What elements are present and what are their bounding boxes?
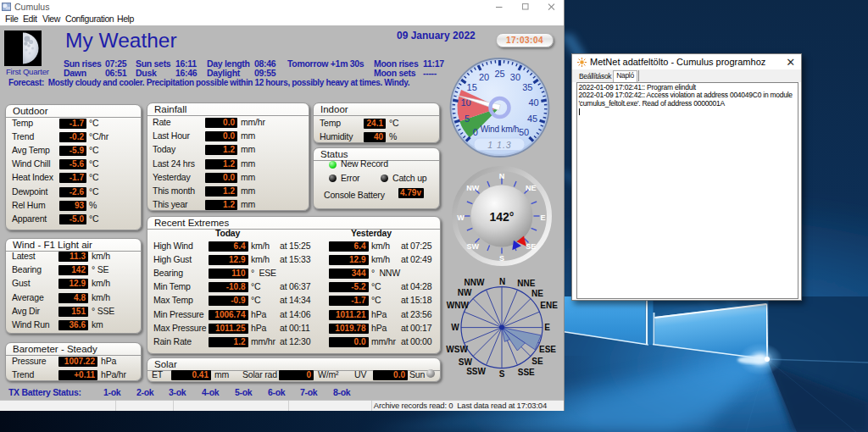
- svg-text:N: N: [499, 277, 505, 286]
- svg-text:S: S: [499, 254, 504, 263]
- svg-text:25: 25: [494, 69, 504, 79]
- svg-text:30: 30: [510, 72, 520, 82]
- svg-text:SW: SW: [466, 242, 479, 251]
- svg-text:E: E: [544, 323, 550, 332]
- svg-text:NNW: NNW: [465, 278, 485, 287]
- svg-text:50: 50: [519, 127, 529, 137]
- svg-text:0: 0: [473, 127, 478, 137]
- svg-text:35: 35: [522, 82, 532, 92]
- svg-text:NNE: NNE: [517, 279, 535, 288]
- svg-text:NE: NE: [526, 184, 537, 192]
- svg-text:WNW: WNW: [447, 301, 470, 310]
- svg-text:20: 20: [479, 72, 489, 82]
- svg-text:NE: NE: [531, 289, 543, 298]
- svg-text:5: 5: [465, 114, 470, 124]
- svg-text:142°: 142°: [490, 210, 515, 224]
- svg-text:ESE: ESE: [539, 345, 556, 354]
- svg-text:E: E: [540, 213, 545, 222]
- svg-text:ENE: ENE: [540, 301, 558, 310]
- svg-text:N: N: [499, 172, 505, 180]
- svg-text:1 1.3: 1 1.3: [487, 140, 511, 150]
- svg-text:SSE: SSE: [518, 368, 535, 377]
- svg-text:SE: SE: [526, 242, 536, 251]
- svg-text:W: W: [457, 213, 465, 222]
- svg-text:WSW: WSW: [446, 345, 468, 354]
- svg-text:Wind km/h: Wind km/h: [481, 125, 519, 134]
- svg-text:15: 15: [467, 82, 477, 92]
- svg-text:S: S: [499, 369, 505, 379]
- svg-text:NW: NW: [466, 184, 479, 192]
- svg-text:W: W: [451, 323, 459, 332]
- svg-text:SSW: SSW: [466, 367, 486, 376]
- svg-text:NW: NW: [458, 288, 472, 297]
- svg-text:SW: SW: [459, 357, 473, 367]
- svg-text:40: 40: [528, 97, 538, 108]
- svg-text:45: 45: [527, 114, 537, 124]
- svg-text:SE: SE: [531, 357, 543, 366]
